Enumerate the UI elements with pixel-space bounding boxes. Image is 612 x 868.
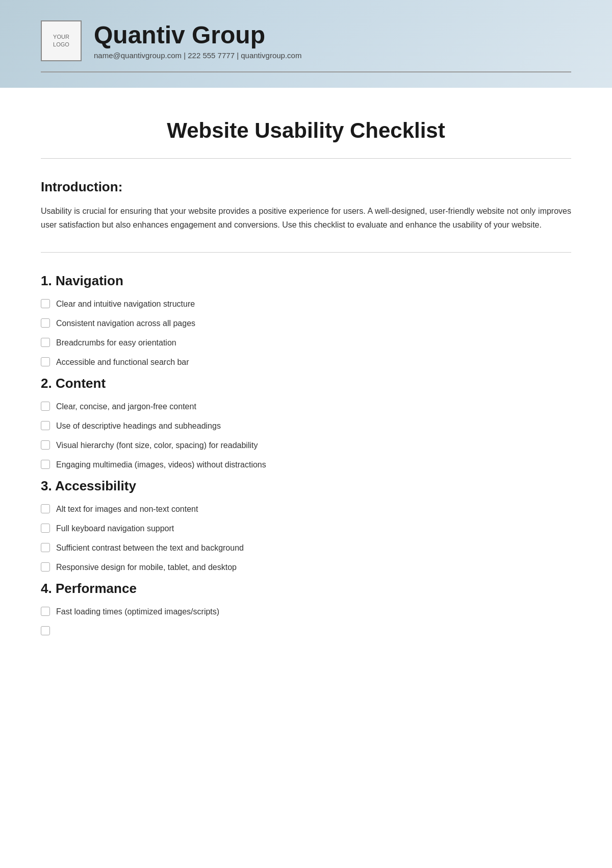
list-item: Clear, concise, and jargon-free content xyxy=(41,401,571,413)
content-heading: 2. Content xyxy=(41,376,571,391)
checkbox-icon[interactable] xyxy=(41,421,50,430)
company-logo: YOURLOGO xyxy=(41,20,82,61)
title-divider xyxy=(41,158,571,159)
company-info: Quantiv Group name@quantivgroup.com | 22… xyxy=(94,22,301,60)
list-item xyxy=(41,625,571,635)
checkbox-icon[interactable] xyxy=(41,440,50,450)
checkbox-icon[interactable] xyxy=(41,607,50,616)
list-item: Visual hierarchy (font size, color, spac… xyxy=(41,439,571,452)
checkbox-icon[interactable] xyxy=(41,562,50,572)
checklist-item-text: Breadcrumbs for easy orientation xyxy=(56,337,176,349)
intro-heading: Introduction: xyxy=(41,179,571,195)
checklist-item-text: Consistent navigation across all pages xyxy=(56,317,195,330)
company-contact: name@quantivgroup.com | 222 555 7777 | q… xyxy=(94,51,301,60)
navigation-checklist: Clear and intuitive navigation structure… xyxy=(41,298,571,368)
checkbox-icon[interactable] xyxy=(41,402,50,411)
accessibility-heading: 3. Accessibility xyxy=(41,478,571,494)
list-item: Breadcrumbs for easy orientation xyxy=(41,337,571,349)
checklist-item-text: Accessible and functional search bar xyxy=(56,356,189,368)
checklist-item-text: Fast loading times (optimized images/scr… xyxy=(56,606,219,618)
checklist-item-text: Sufficient contrast between the text and… xyxy=(56,542,244,554)
checklist-item-text: Clear and intuitive navigation structure xyxy=(56,298,195,310)
list-item: Alt text for images and non-text content xyxy=(41,503,571,515)
page-title: Website Usability Checklist xyxy=(41,118,571,143)
list-item: Use of descriptive headings and subheadi… xyxy=(41,420,571,432)
header: YOURLOGO Quantiv Group name@quantivgroup… xyxy=(0,0,612,88)
accessibility-checklist: Alt text for images and non-text content… xyxy=(41,503,571,574)
list-item: Sufficient contrast between the text and… xyxy=(41,542,571,554)
checklist-item-text: Engaging multimedia (images, videos) wit… xyxy=(56,459,266,471)
checklist-item-text: Visual hierarchy (font size, color, spac… xyxy=(56,439,258,452)
checklist-item-text: Full keyboard navigation support xyxy=(56,523,174,535)
accessibility-section: 3. Accessibility Alt text for images and… xyxy=(41,478,571,574)
company-name: Quantiv Group xyxy=(94,22,301,49)
list-item: Engaging multimedia (images, videos) wit… xyxy=(41,459,571,471)
checkbox-icon[interactable] xyxy=(41,460,50,469)
list-item: Responsive design for mobile, tablet, an… xyxy=(41,561,571,574)
checklist-item-text: Clear, concise, and jargon-free content xyxy=(56,401,196,413)
list-item: Clear and intuitive navigation structure xyxy=(41,298,571,310)
checkbox-icon[interactable] xyxy=(41,338,50,347)
navigation-section: 1. Navigation Clear and intuitive naviga… xyxy=(41,273,571,368)
checklist-item-text: Use of descriptive headings and subheadi… xyxy=(56,420,221,432)
list-item: Fast loading times (optimized images/scr… xyxy=(41,606,571,618)
checkbox-icon[interactable] xyxy=(41,626,50,635)
content-section: 2. Content Clear, concise, and jargon-fr… xyxy=(41,376,571,471)
header-divider xyxy=(41,71,571,72)
checkbox-icon[interactable] xyxy=(41,318,50,328)
list-item: Accessible and functional search bar xyxy=(41,356,571,368)
checkbox-icon[interactable] xyxy=(41,357,50,366)
content-checklist: Clear, concise, and jargon-free content … xyxy=(41,401,571,471)
section-divider-1 xyxy=(41,252,571,253)
introduction-section: Introduction: Usability is crucial for e… xyxy=(41,179,571,232)
performance-heading: 4. Performance xyxy=(41,581,571,597)
main-content: Website Usability Checklist Introduction… xyxy=(0,88,612,673)
checkbox-icon[interactable] xyxy=(41,299,50,308)
checklist-item-text: Responsive design for mobile, tablet, an… xyxy=(56,561,237,574)
checkbox-icon[interactable] xyxy=(41,543,50,552)
checklist-item-text: Alt text for images and non-text content xyxy=(56,503,198,515)
intro-text: Usability is crucial for ensuring that y… xyxy=(41,204,571,232)
navigation-heading: 1. Navigation xyxy=(41,273,571,289)
logo-text: YOURLOGO xyxy=(53,33,69,49)
list-item: Consistent navigation across all pages xyxy=(41,317,571,330)
performance-checklist: Fast loading times (optimized images/scr… xyxy=(41,606,571,635)
performance-section: 4. Performance Fast loading times (optim… xyxy=(41,581,571,635)
checkbox-icon[interactable] xyxy=(41,504,50,513)
checkbox-icon[interactable] xyxy=(41,524,50,533)
list-item: Full keyboard navigation support xyxy=(41,523,571,535)
